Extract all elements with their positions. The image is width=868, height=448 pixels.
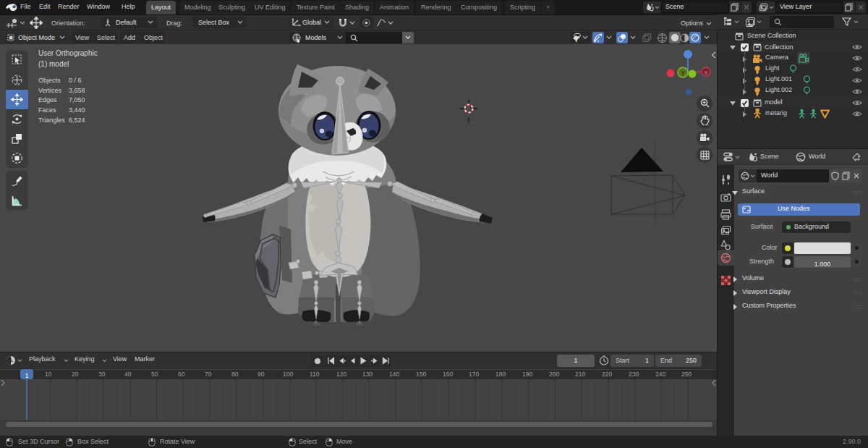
- svg-text:X: X: [704, 69, 708, 76]
- svg-text:Y: Y: [681, 69, 685, 77]
